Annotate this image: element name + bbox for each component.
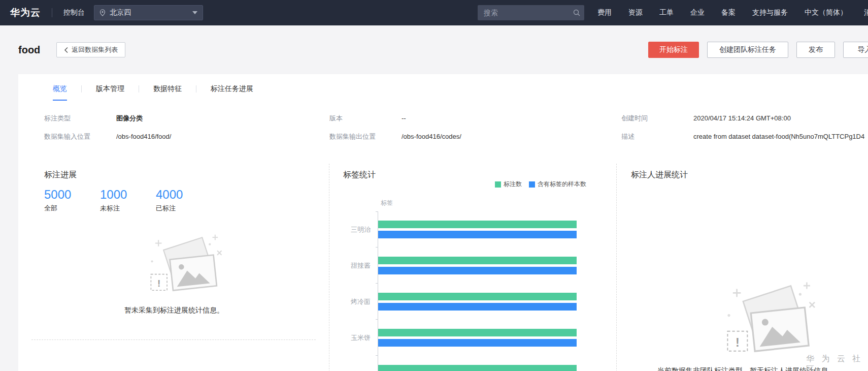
info-output-path: 数据集输出位置/obs-food416/codes/ <box>329 132 621 141</box>
tab-version-management[interactable]: 版本管理 <box>96 84 124 100</box>
nav-item-messages-partial[interactable]: 消息 <box>864 8 868 17</box>
search-icon[interactable] <box>573 9 581 17</box>
legend-swatch-blue <box>529 181 535 188</box>
bar-group: 玉米饼 <box>343 320 616 356</box>
tab-separator <box>139 85 139 92</box>
info-value: /obs-food416/codes/ <box>402 133 461 140</box>
empty-state-illustration <box>722 274 821 362</box>
bar-group: 烤冷面 <box>343 284 616 320</box>
nav-item-console[interactable]: 控制台 <box>63 8 85 17</box>
stat-value: 5000 <box>44 188 100 202</box>
nav-item-language[interactable]: 中文（简体） <box>805 8 847 17</box>
import-button[interactable]: 导入 <box>843 42 868 58</box>
region-selector[interactable]: 北京四 <box>94 5 203 20</box>
dataset-info-grid: 标注类型图像分类 版本-- 创建时间2020/04/17 15:14:24 GM… <box>18 114 868 141</box>
bar-pair <box>378 248 616 284</box>
info-value: 2020/04/17 15:14:24 GMT+08:00 <box>693 114 791 122</box>
bar-标注数 <box>378 293 577 300</box>
info-value: 图像分类 <box>116 114 143 122</box>
bar-标注数 <box>378 365 577 371</box>
bar-含有标签的样本数 <box>378 339 577 347</box>
chevron-down-icon <box>192 11 197 14</box>
start-annotation-button[interactable]: 开始标注 <box>648 42 699 58</box>
empty-state-illustration <box>147 228 227 300</box>
page-header: food 返回数据集列表 开始标注 创建团队标注任务 发布 导入 <box>0 25 868 74</box>
header-actions: 开始标注 创建团队标注任务 发布 导入 <box>648 42 868 58</box>
nav-item-support[interactable]: 支持与服务 <box>752 8 788 17</box>
bar-group: 鸡肉丁 <box>343 356 616 371</box>
info-label: 标注类型 <box>44 114 116 123</box>
nav-item-tickets[interactable]: 工单 <box>659 8 674 17</box>
nav-item-billing[interactable]: 费用 <box>597 8 612 17</box>
tab-separator <box>196 85 196 92</box>
region-selector-value: 北京四 <box>110 8 131 17</box>
dashed-divider <box>31 339 316 340</box>
annotator-progress-panel: 标注人进展统计 当前数据集非团队标注类型，暂无标注人进展统计信息 <box>617 164 868 371</box>
info-input-path: 数据集输入位置/obs-food416/food/ <box>44 132 329 141</box>
category-label: 玉米饼 <box>343 333 378 343</box>
info-annotation-type: 标注类型图像分类 <box>44 114 329 123</box>
stat-total: 5000 全部 <box>44 188 100 213</box>
nav-item-enterprise[interactable]: 企业 <box>690 8 705 17</box>
location-pin-icon <box>99 9 106 16</box>
info-description: 描述create from dataset dataset-food(Nh5un… <box>621 132 868 141</box>
chevron-left-icon <box>64 47 69 53</box>
search-input[interactable] <box>478 5 584 20</box>
category-label: 烤冷面 <box>343 297 378 306</box>
nav-item-resources[interactable]: 资源 <box>628 8 643 17</box>
nav-divider <box>52 8 52 17</box>
search-box <box>478 5 584 20</box>
empty-state-text: 暂未采集到标注进展统计信息。 <box>31 306 317 315</box>
y-axis-title: 标签 <box>381 199 616 207</box>
tab-annotation-task-progress[interactable]: 标注任务进展 <box>211 84 253 100</box>
bar-含有标签的样本数 <box>378 267 577 274</box>
info-label: 数据集输出位置 <box>329 132 402 141</box>
legend-label: 含有标签的样本数 <box>538 180 586 189</box>
panel-title-label-stats: 标签统计 <box>343 170 616 180</box>
back-button-label: 返回数据集列表 <box>72 45 118 54</box>
panel-title-annotator: 标注人进展统计 <box>631 170 868 180</box>
tab-overview[interactable]: 概览 <box>53 84 67 101</box>
info-value: /obs-food416/food/ <box>116 133 171 140</box>
dataset-title: food <box>18 44 40 56</box>
category-label: 甜辣酱 <box>343 261 378 270</box>
nav-item-icp[interactable]: 备案 <box>721 8 736 17</box>
stat-unlabeled: 1000 未标注 <box>100 188 156 213</box>
info-version: 版本-- <box>329 114 621 123</box>
annotation-progress-panel: 标注进展 5000 全部 1000 未标注 4000 已标注 暂未采集到标注进展… <box>18 164 329 371</box>
back-to-dataset-list-button[interactable]: 返回数据集列表 <box>56 42 125 57</box>
top-navbar: 华为云 控制台 北京四 费用 资源 工单 企业 备案 支持与服务 中文（简体） … <box>0 0 868 25</box>
bar-group: 三明治 <box>343 211 616 248</box>
tab-separator <box>81 85 82 92</box>
stat-panels: 标注进展 5000 全部 1000 未标注 4000 已标注 暂未采集到标注进展… <box>18 164 868 371</box>
label-statistics-panel: 标签统计 标注数 含有标签的样本数 标签 三明治甜辣酱烤冷面玉米饼鸡肉丁 <box>329 164 617 371</box>
bar-pair <box>378 211 616 248</box>
bar-标注数 <box>378 257 577 264</box>
stat-value: 1000 <box>100 188 156 202</box>
info-label: 创建时间 <box>621 114 693 123</box>
info-value: -- <box>402 114 406 122</box>
bar-chart: 三明治甜辣酱烤冷面玉米饼鸡肉丁 <box>343 211 616 371</box>
bar-pair <box>378 320 616 356</box>
info-label: 版本 <box>329 114 402 123</box>
huawei-cloud-community-watermark: 华 为 云 社 区 <box>806 354 868 371</box>
publish-button[interactable]: 发布 <box>796 42 835 58</box>
legend-item-annotation-count[interactable]: 标注数 <box>495 180 522 189</box>
info-value: create from dataset dataset-food(Nh5uno7… <box>693 133 864 140</box>
bar-含有标签的样本数 <box>378 231 577 238</box>
stat-value: 4000 <box>156 188 212 202</box>
bar-pair <box>378 284 616 320</box>
chart-legend: 标注数 含有标签的样本数 <box>488 180 586 189</box>
bar-group: 甜辣酱 <box>343 248 616 284</box>
tab-data-features[interactable]: 数据特征 <box>153 84 182 100</box>
info-created-time: 创建时间2020/04/17 15:14:24 GMT+08:00 <box>621 114 868 123</box>
navbar-right: 费用 资源 工单 企业 备案 支持与服务 中文（简体） 消息 <box>478 0 868 25</box>
legend-swatch-green <box>495 181 501 188</box>
category-label: 鸡肉丁 <box>343 369 378 371</box>
huawei-cloud-logo[interactable]: 华为云 <box>10 6 41 19</box>
info-label: 数据集输入位置 <box>44 132 116 141</box>
legend-item-labeled-samples[interactable]: 含有标签的样本数 <box>529 180 586 189</box>
create-team-task-button[interactable]: 创建团队标注任务 <box>707 42 788 58</box>
stat-labeled: 4000 已标注 <box>156 188 212 213</box>
stat-label: 已标注 <box>156 204 212 213</box>
